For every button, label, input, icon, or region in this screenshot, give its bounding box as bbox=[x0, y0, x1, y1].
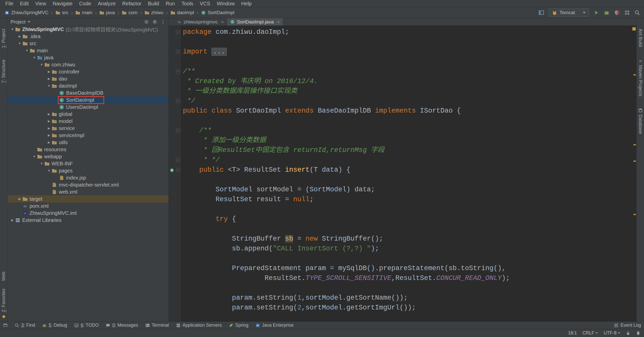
tree-item-src[interactable]: ▼src bbox=[8, 40, 169, 47]
fold-toggle-icon[interactable]: − bbox=[176, 30, 180, 34]
close-tab-icon[interactable]: × bbox=[277, 19, 280, 25]
menu-navigate[interactable]: Navigate bbox=[49, 0, 76, 7]
warning-mark[interactable] bbox=[633, 161, 636, 162]
toolwindow-button-5-debug[interactable]: 5: Debug bbox=[42, 323, 67, 328]
menu-window[interactable]: Window bbox=[213, 0, 238, 7]
tree-toggle-icon[interactable]: ▼ bbox=[17, 42, 22, 45]
breadcrumb-zhiwu[interactable]: zhiwu bbox=[144, 9, 164, 16]
menu-edit[interactable]: Edit bbox=[17, 0, 32, 7]
menu-view[interactable]: View bbox=[32, 0, 49, 7]
code-line[interactable]: ResultSet.TYPE_SCROLL_SENSITIVE,ResultSe… bbox=[183, 273, 636, 283]
fold-toggle-icon[interactable]: − bbox=[176, 69, 180, 73]
inspections-profile-icon[interactable] bbox=[636, 331, 640, 335]
code-line[interactable]: try { bbox=[183, 214, 636, 224]
tree-toggle-icon[interactable]: ▶ bbox=[46, 77, 52, 81]
code-line[interactable] bbox=[183, 116, 636, 126]
fold-toggle-icon[interactable]: − bbox=[176, 50, 180, 54]
tree-toggle-icon[interactable]: ▼ bbox=[46, 84, 52, 88]
run-configuration-select[interactable]: Tomcat bbox=[549, 9, 589, 17]
tree-toggle-icon[interactable]: ▼ bbox=[24, 49, 30, 52]
fold-toggle-icon[interactable]: − bbox=[176, 158, 180, 162]
code-line[interactable]: public class SortDaoImpl extends BaseDao… bbox=[183, 106, 636, 116]
tree-toggle-icon[interactable]: ▼ bbox=[39, 162, 44, 165]
toolwindow-button-java-enterprise[interactable]: EEJava Enterprise bbox=[256, 323, 294, 328]
code-line[interactable]: SortModel sortModel = (SortModel) data; bbox=[183, 185, 636, 195]
fold-toggle-icon[interactable]: − bbox=[176, 128, 180, 133]
tree-toggle-icon[interactable]: ▶ bbox=[46, 141, 52, 144]
breadcrumb-src[interactable]: src bbox=[55, 9, 69, 16]
breadcrumb-com[interactable]: com bbox=[121, 9, 138, 16]
menu-run[interactable]: Run bbox=[162, 0, 178, 7]
code-line[interactable]: /** bbox=[183, 67, 636, 76]
inspections-indicator[interactable] bbox=[632, 27, 636, 31]
tree-item-webapp[interactable]: ▼webapp bbox=[8, 153, 169, 160]
tree-item-pom-xml[interactable]: mpom.xml bbox=[8, 202, 169, 210]
encoding-select[interactable]: UTF-8 bbox=[604, 330, 620, 336]
fold-toggle-icon[interactable]: − bbox=[176, 99, 180, 103]
code-line[interactable]: * 添加一级分类数据 bbox=[183, 136, 636, 145]
tree-item-index-jsp[interactable]: index.jsp bbox=[8, 174, 169, 181]
run-button[interactable] bbox=[594, 10, 599, 15]
search-everywhere-button[interactable] bbox=[634, 10, 640, 15]
code-line[interactable]: * */ bbox=[183, 155, 636, 165]
tree-item-dao[interactable]: ▶dao bbox=[8, 75, 169, 82]
close-tab-icon[interactable]: × bbox=[221, 19, 224, 25]
toolwindow-button-database[interactable]: Database bbox=[638, 108, 643, 134]
menu-refactor[interactable]: Refactor bbox=[119, 0, 145, 7]
toolwindow-button-maven-projects[interactable]: mMaven Projects bbox=[638, 59, 643, 96]
toolwindow-button-7-structure[interactable]: 7: Structure bbox=[1, 60, 6, 83]
tree-item-pages[interactable]: ▼pages bbox=[8, 167, 169, 174]
code-line[interactable]: * Created by 韦庆明 on 2016/12/4. bbox=[183, 76, 636, 86]
settings-button[interactable] bbox=[152, 19, 157, 24]
tree-item-main[interactable]: ▼main bbox=[8, 47, 169, 54]
tree-item-web-xml[interactable]: </>web.xml bbox=[8, 188, 169, 195]
toolwindow-button-0-messages[interactable]: 0: Messages bbox=[106, 323, 138, 328]
implement-marker[interactable] bbox=[170, 168, 174, 172]
code-line[interactable]: StringBuffer sb = new StringBuffer(); bbox=[183, 234, 636, 244]
tree-item-sortdaoimpl[interactable]: CSortDaoImpl bbox=[8, 96, 169, 103]
code-line[interactable]: PreparedStatement param = mySqlDB().prep… bbox=[183, 264, 636, 273]
tree-item-com-zhiwu[interactable]: ▼com.zhiwu bbox=[8, 61, 169, 68]
warning-mark[interactable] bbox=[633, 144, 636, 145]
editor-scrollbar[interactable] bbox=[632, 26, 636, 321]
menu-analyze[interactable]: Analyze bbox=[94, 0, 119, 7]
code-line[interactable]: /** bbox=[183, 126, 636, 136]
tree-item-web-inf[interactable]: ▼WEB-INF bbox=[8, 160, 169, 167]
code-line[interactable]: param.setString(2,sortModel.getSortImgUr… bbox=[183, 303, 636, 313]
menu-code[interactable]: Code bbox=[76, 0, 95, 7]
tree-item-idea[interactable]: ▶.idea bbox=[8, 33, 169, 40]
tree-toggle-icon[interactable]: ▶ bbox=[46, 126, 52, 130]
code-line[interactable]: import ... bbox=[183, 47, 636, 57]
toolwindow-switcher-icon[interactable] bbox=[3, 323, 8, 328]
code-content[interactable]: package com.zhiwu.daoImpl;import .../** … bbox=[181, 26, 636, 321]
breadcrumb-java[interactable]: java bbox=[99, 9, 115, 16]
hide-panel-button[interactable] bbox=[161, 19, 165, 24]
menu-help[interactable]: Help bbox=[238, 0, 255, 7]
editor-tab-zhiwuspringmvc[interactable]: mzhiwuspringmvc× bbox=[174, 18, 227, 25]
code-line[interactable]: package com.zhiwu.daoImpl; bbox=[183, 27, 636, 37]
tree-item-usersdaoimpl[interactable]: CUsersDaoImpl bbox=[8, 103, 169, 111]
code-line[interactable]: * 回ResultSet中固定包含 returnId,returnMsg 字段 bbox=[183, 145, 636, 155]
project-view-dropdown[interactable]: Project bbox=[11, 19, 31, 25]
toolwindow-button-terminal[interactable]: Terminal bbox=[145, 323, 169, 328]
tree-item-serviceimpl[interactable]: ▶serviceImpl bbox=[8, 132, 169, 139]
code-line[interactable] bbox=[183, 254, 636, 264]
tree-item-basedaoimpldb[interactable]: CBaseDaoImplDB bbox=[8, 89, 169, 96]
tree-toggle-icon[interactable]: ▶ bbox=[10, 218, 15, 222]
warning-mark[interactable] bbox=[633, 74, 636, 75]
toolwindow-button-event-log[interactable]: Event Log bbox=[614, 323, 641, 328]
tree-toggle-icon[interactable]: ▶ bbox=[17, 197, 22, 201]
code-line[interactable]: param.setString(1,sortModel.getSortName(… bbox=[183, 293, 636, 303]
code-line[interactable] bbox=[183, 175, 636, 185]
tree-toggle-icon[interactable]: ▶ bbox=[17, 35, 22, 38]
code-line[interactable]: public <T> ResultSet insert(T data) { bbox=[183, 165, 636, 175]
toolwindow-button-application-servers[interactable]: Application Servers bbox=[176, 323, 222, 328]
tree-item-daoimpl[interactable]: ▼daoImpl bbox=[8, 82, 169, 89]
code-line[interactable] bbox=[183, 283, 636, 293]
tree-item-resources[interactable]: resources bbox=[8, 146, 169, 153]
tree-item-java[interactable]: ▼java bbox=[8, 54, 169, 61]
tree-item-utils[interactable]: ▶utils bbox=[8, 139, 169, 146]
code-line[interactable] bbox=[183, 57, 636, 67]
menu-vcs[interactable]: VCS bbox=[197, 0, 213, 7]
tree-item-target[interactable]: ▶target bbox=[8, 195, 169, 202]
